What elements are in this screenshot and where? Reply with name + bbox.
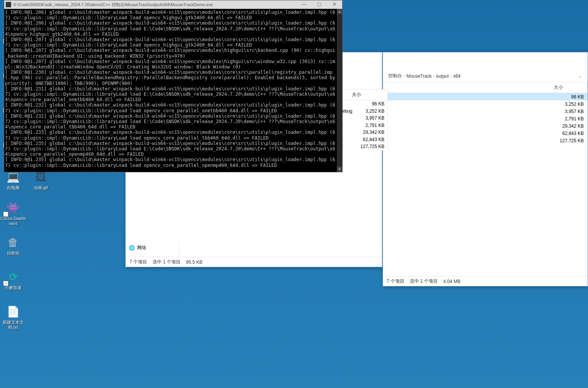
desktop-icon[interactable]: 🗑回收站 xyxy=(0,235,26,256)
desktop-icon[interactable]: 👾↗Cocos Dashboard xyxy=(0,200,26,226)
crumb[interactable]: x64 xyxy=(452,73,462,79)
shortcut-arrow-icon: ↗ xyxy=(3,211,8,217)
file-list-left-visible[interactable]: 大小 96 KBDebug3,252 KB3,957 KB展2,791 KB29… xyxy=(337,89,388,150)
icon-label: 动画.gif xyxy=(28,185,54,190)
file-size: 29,342 KB xyxy=(551,123,588,129)
crumb[interactable]: 控制台 xyxy=(387,73,404,79)
breadcrumb[interactable]: 控制台 › MouseTrack › output › x64 ⌄ xyxy=(383,70,588,82)
file-size: 127,725 KB xyxy=(353,144,388,149)
table-row[interactable]: 展62,843 KB xyxy=(337,136,388,143)
icon-label: 新建文本文档.txt xyxy=(0,320,26,330)
file-size: 3,252 KB xyxy=(551,102,588,107)
table-row[interactable]: 3,252 KB xyxy=(383,100,588,108)
minimize-button[interactable]: — xyxy=(296,0,311,9)
icon-label: 回收站 xyxy=(0,251,26,256)
table-row[interactable]: 展2,791 KB xyxy=(337,122,388,129)
table-row[interactable]: 62,843 KB xyxy=(383,130,588,137)
table-row[interactable]: 3,957 KB xyxy=(383,108,588,115)
status-selected: 选中 1 个项目 xyxy=(410,278,438,285)
file-size: 62,843 KB xyxy=(353,137,388,142)
file-size: 29,342 KB xyxy=(353,130,388,135)
table-row[interactable]: Debug3,252 KB xyxy=(337,108,388,115)
app-icon: 🗑 xyxy=(5,235,21,250)
table-row[interactable]: 96 KB xyxy=(337,100,388,108)
file-size: 127,725 KB xyxy=(551,138,588,143)
status-bar: 7 个项目 选中 1 个项目 95.5 KB xyxy=(126,257,382,267)
app-icon: 👾↗ xyxy=(5,200,21,215)
title-bar[interactable]: E:\Code\SNSDK\sdk_release_2024.7.20\demo… xyxy=(4,0,342,9)
status-bar: 7 个项目 选中 1 个项目 4.04 MB xyxy=(383,276,588,286)
col-size[interactable]: 大小 xyxy=(349,92,388,98)
close-button[interactable]: ✕ xyxy=(327,0,342,9)
network-icon: 🌐 xyxy=(129,245,135,251)
status-count: 7 个项目 xyxy=(387,278,404,285)
desktop-icon[interactable]: 📄新建文本文档.txt xyxy=(0,304,26,330)
column-headers[interactable]: 大小 xyxy=(383,82,588,93)
file-list[interactable]: 96 KB3,252 KB3,957 KB2,791 KB29,342 KB62… xyxy=(383,93,588,276)
explorer-nav[interactable]: 🌐 网络 xyxy=(126,241,179,257)
chevron-down-icon[interactable]: ⌄ xyxy=(577,74,584,78)
console-output[interactable]: [ INFO:0@1.206] global c:\build\master_w… xyxy=(4,9,337,172)
app-icon: 📄 xyxy=(5,304,21,319)
maximize-button[interactable]: ▢ xyxy=(311,0,327,9)
table-row[interactable]: 3,957 KB xyxy=(337,115,388,122)
scroll-up-icon[interactable]: ▲ xyxy=(337,9,342,14)
table-row[interactable]: 127,725 KB xyxy=(383,137,588,144)
status-size: 95.5 KB xyxy=(186,260,202,265)
status-selected: 选中 1 个项目 xyxy=(152,259,181,265)
app-icon: ⟳↗ xyxy=(5,269,21,285)
table-row[interactable]: 96 KB xyxy=(383,93,588,100)
icon-label: Cocos Dashboard xyxy=(0,216,26,226)
status-count: 7 个项目 xyxy=(129,259,147,265)
shortcut-arrow-icon: ↗ xyxy=(3,281,8,286)
window-title: E:\Code\SNSDK\sdk_release_2024.7.20\demo… xyxy=(13,2,296,8)
table-row[interactable]: 29,342 KB xyxy=(383,122,588,130)
console-window[interactable]: E:\Code\SNSDK\sdk_release_2024.7.20\demo… xyxy=(4,0,343,172)
file-size: 3,957 KB xyxy=(551,109,588,114)
file-size: 2,791 KB xyxy=(551,116,588,122)
icon-label: 此电脑 xyxy=(0,185,26,190)
file-size: 62,843 KB xyxy=(551,131,588,136)
nav-label: 网络 xyxy=(137,245,146,251)
app-icon xyxy=(6,2,11,7)
file-size: 96 KB xyxy=(551,94,588,100)
table-row[interactable]: 展127,725 KB xyxy=(337,143,388,150)
file-explorer-right[interactable]: 控制台 › MouseTrack › output › x64 ⌄ 大小 96 … xyxy=(383,52,588,286)
table-row[interactable]: 29,342 KB xyxy=(337,129,388,136)
file-size: 3,957 KB xyxy=(353,115,388,121)
file-size: 3,252 KB xyxy=(353,108,388,114)
scrollbar[interactable]: ▲ ▼ xyxy=(337,9,342,172)
scroll-down-icon[interactable]: ▼ xyxy=(337,167,342,172)
crumb[interactable]: MouseTrack xyxy=(405,73,433,79)
file-size: 2,791 KB xyxy=(353,123,388,128)
desktop-icon[interactable]: 🖼动画.gif xyxy=(28,169,54,190)
desktop-icon[interactable]: 💻此电脑 xyxy=(0,169,26,190)
file-size: 96 KB xyxy=(353,101,388,107)
col-size[interactable]: 大小 xyxy=(551,82,588,93)
table-row[interactable]: 2,791 KB xyxy=(383,115,588,122)
desktop-icon[interactable]: ⟳↗小麦加速 xyxy=(0,269,26,290)
status-size: 4.04 MB xyxy=(443,279,460,284)
nav-item-network[interactable]: 🌐 网络 xyxy=(127,244,177,252)
crumb[interactable]: output xyxy=(434,73,450,79)
